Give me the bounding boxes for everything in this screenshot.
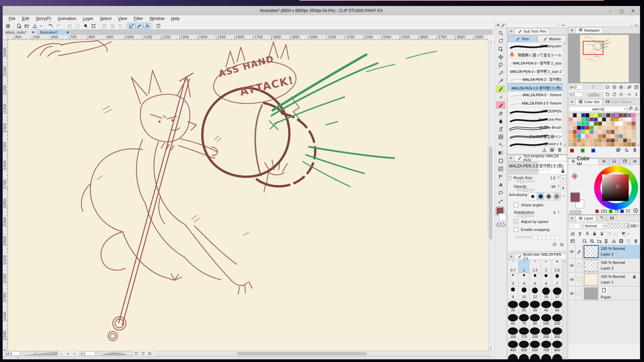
navigator-tab[interactable]: Navigator: [575, 27, 603, 33]
layer-effect-combo[interactable]: ∨: [569, 223, 582, 229]
color-swatch[interactable]: [573, 117, 577, 122]
color-swatch[interactable]: [594, 142, 598, 146]
color-swatch[interactable]: [573, 126, 577, 130]
color-swatch[interactable]: [568, 138, 573, 143]
edit-color-set-icon[interactable]: [628, 106, 633, 112]
color-swatch[interactable]: [631, 117, 636, 122]
brush-size-partial[interactable]: [552, 353, 563, 359]
minimize-button[interactable]: –: [605, 7, 615, 14]
stabilization-stepper[interactable]: ▲▼: [558, 210, 560, 213]
color-swatch[interactable]: [568, 113, 573, 117]
color-swatch[interactable]: [577, 113, 581, 117]
vector-option-box[interactable]: [547, 236, 550, 240]
color-swatch[interactable]: [631, 134, 636, 138]
color-set-dropdown[interactable]: skin+Q∨: [569, 106, 627, 112]
color-swatch[interactable]: [577, 134, 581, 138]
color-swatch[interactable]: [585, 134, 589, 138]
import-color-set-icon[interactable]: [634, 106, 639, 112]
color-swatch[interactable]: [585, 121, 589, 126]
brush-size-3[interactable]: 3: [508, 273, 519, 286]
brush-size-300[interactable]: 300: [552, 326, 563, 340]
color-swatch[interactable]: [581, 126, 585, 130]
snap-curve-button[interactable]: [135, 23, 143, 29]
color-history-tab[interactable]: Color History: [602, 99, 635, 105]
color-swatch[interactable]: [610, 121, 615, 126]
horizontal-scroll-thumb[interactable]: [237, 352, 367, 355]
layer-visibility-cell[interactable]: [568, 286, 575, 300]
color-swatch[interactable]: [606, 130, 610, 134]
color-swatch[interactable]: [589, 130, 594, 134]
color-swatch[interactable]: [619, 117, 623, 122]
brush-size-15[interactable]: 15: [541, 286, 552, 300]
layer-thumbnail[interactable]: [584, 260, 598, 272]
opacity-slider-handle[interactable]: [524, 188, 527, 192]
color-swatch[interactable]: [573, 138, 577, 143]
help-circle-button[interactable]: ?: [154, 23, 162, 29]
subtool-item[interactable]: MALZA PEN 2.5 Texture: [508, 99, 567, 108]
snap-ruler-button[interactable]: [127, 23, 135, 29]
color-swatch[interactable]: [606, 113, 610, 117]
vector-expand-icon[interactable]: ›: [564, 236, 565, 240]
navigator-menu-button[interactable]: [569, 28, 575, 33]
nav-rotate-reset-button[interactable]: [618, 91, 624, 97]
brush-size-120[interactable]: 120: [552, 313, 563, 326]
color-swatch[interactable]: [623, 142, 627, 146]
eraser-tool[interactable]: [496, 109, 505, 117]
decoration-tool[interactable]: [496, 133, 505, 141]
background-color-swatch[interactable]: [499, 213, 506, 221]
brush-size-stepper[interactable]: ▲▼: [558, 176, 560, 179]
brush-size-partial[interactable]: [530, 353, 541, 359]
brush-size-200[interactable]: 200: [530, 326, 541, 340]
layer-thumbnail[interactable]: [584, 273, 598, 285]
brush-size-150[interactable]: 150: [508, 326, 519, 340]
color-swatch[interactable]: [615, 117, 619, 122]
document-tab-atlyss_nicky[interactable]: atlyss_nicky*: [3, 30, 37, 35]
color-swatch[interactable]: [577, 138, 581, 143]
subtool-item[interactable]: アナログ風主線ペン: [508, 132, 567, 140]
subtool-item[interactable]: girasol v 3: [508, 140, 567, 147]
selection-tool[interactable]: [496, 61, 505, 69]
layer-visibility-cell[interactable]: [568, 259, 575, 272]
text-tool[interactable]: A: [496, 181, 505, 189]
layer-panel-menu-button[interactable]: [569, 216, 575, 221]
menu-item-view[interactable]: View: [115, 16, 130, 22]
adjust-by-speed-checkbox[interactable]: ✓: [514, 219, 518, 224]
transfer-down-layer-button[interactable]: [603, 238, 610, 244]
lock-ic-icon[interactable]: [591, 231, 598, 237]
brush-size-25[interactable]: 25: [519, 300, 530, 313]
color-swatch[interactable]: [585, 113, 589, 117]
color-swatch[interactable]: [581, 130, 585, 134]
color-swatch[interactable]: [598, 142, 602, 146]
ref-x-icon[interactable]: [606, 231, 612, 237]
zoom-value-field[interactable]: 54.0: [4, 351, 20, 356]
canvas[interactable]: ASS HAND ATTACK!: [8, 40, 488, 351]
approx-color-tab[interactable]: [609, 159, 619, 165]
quick-color-chip-1[interactable]: [581, 149, 584, 152]
brush-size-12[interactable]: 12: [530, 286, 541, 300]
import-subtool-icon[interactable]: [542, 147, 547, 154]
anti-aliasing-dropdown-icon[interactable]: ∨: [563, 195, 565, 198]
mask-circle-layer-button[interactable]: [618, 238, 624, 244]
color-swatch[interactable]: [619, 142, 623, 146]
navigator-zoom-value[interactable]: 54.0: [569, 85, 583, 90]
color-swatch[interactable]: [598, 117, 602, 122]
open-folder-button[interactable]: [23, 23, 31, 29]
color-swatch[interactable]: [610, 134, 615, 138]
color-swatch[interactable]: [598, 126, 602, 130]
brush-size-40[interactable]: 40: [541, 300, 552, 313]
color-swatch[interactable]: [585, 126, 589, 130]
layer-row-layer2[interactable]: 100 % NormalLayer 2: [568, 259, 640, 272]
brush-size-500[interactable]: 500: [519, 340, 530, 353]
menu-item-window[interactable]: Window: [146, 16, 168, 22]
color-mode-toggle-icon[interactable]: [633, 208, 639, 214]
color-swatch[interactable]: [610, 117, 615, 122]
brush-size-value[interactable]: 1.0: [546, 176, 556, 180]
restore-defaults-icon[interactable]: [552, 242, 557, 248]
color-swatch[interactable]: [631, 121, 636, 126]
snap-persp-button[interactable]: [143, 23, 151, 29]
color-swatch[interactable]: [598, 113, 602, 117]
canvas-vertical-scrollbar[interactable]: ∧ ∨: [488, 40, 493, 351]
brush-size-scrollbar[interactable]: ∧∨: [563, 260, 567, 359]
vector-option-box[interactable]: [538, 236, 542, 240]
brush-size-60[interactable]: 60: [508, 313, 519, 326]
